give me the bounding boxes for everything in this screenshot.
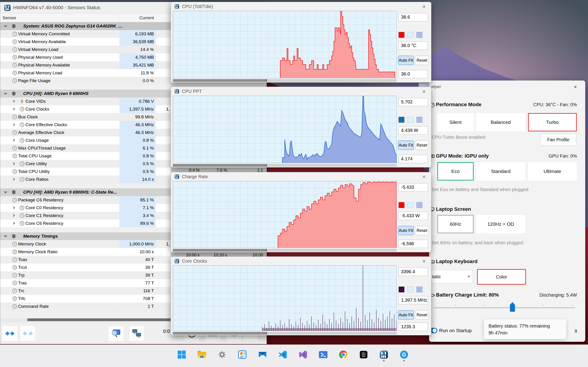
scrollbar-thumb[interactable]	[173, 249, 267, 252]
taskbar-chrome-icon[interactable]	[337, 348, 350, 362]
balanced-button[interactable]: Balanced	[476, 113, 525, 131]
graph-window-titlebar[interactable]: Core Clocks	[174, 258, 207, 264]
sensor-label: Average Effective Clock	[18, 130, 64, 135]
turbo-button[interactable]: Turbo	[528, 113, 577, 131]
graph-plot-area	[173, 11, 397, 78]
chevron-right-icon[interactable]	[12, 162, 16, 165]
series-color-swatch[interactable]	[398, 286, 405, 292]
clock-icon	[12, 296, 17, 301]
reset-button[interactable]: Reset	[415, 310, 429, 319]
series-color-swatch[interactable]	[398, 32, 405, 38]
fan-profile-button[interactable]: Fan Profile	[540, 134, 576, 146]
close-icon[interactable]: ×	[421, 88, 427, 95]
clock-icon	[12, 47, 17, 52]
chevron-right-icon[interactable]	[12, 206, 16, 209]
silent-button[interactable]: Silent	[437, 113, 474, 131]
battery-limit-slider[interactable]	[434, 307, 575, 308]
slider-thumb[interactable]	[510, 302, 515, 312]
eco-button[interactable]: Eco	[437, 162, 474, 181]
standard-button[interactable]: Standard	[476, 162, 525, 181]
clock-icon	[12, 257, 17, 262]
graph-max-value: 3396.4	[398, 268, 428, 276]
remote-monitors-icon[interactable]	[129, 326, 145, 341]
keyboard-mode-dropdown[interactable]: tatic ▾	[430, 270, 473, 283]
background-color-swatch[interactable]	[407, 32, 414, 38]
sensor-current-value: 0.0 %	[120, 77, 156, 85]
column-sensor[interactable]: Sensor	[2, 15, 16, 20]
hwinfo-row-fragment: 0.4 % 7.6 % 1.1	[171, 167, 267, 172]
taskbar-settings-icon[interactable]	[216, 348, 229, 362]
chevron-down-icon[interactable]	[3, 24, 8, 28]
background-color-swatch[interactable]	[407, 117, 414, 123]
screen-magnifier-icon[interactable]	[108, 326, 124, 341]
sensor-label: Memory Clock	[18, 242, 46, 247]
close-icon[interactable]: ×	[421, 258, 427, 265]
auto-fit-button[interactable]: Auto Fit	[398, 141, 414, 150]
expand-arrows-icon[interactable]	[2, 326, 18, 341]
sensor-label: Core Clocks	[26, 107, 49, 112]
reset-button[interactable]: Reset	[415, 226, 429, 235]
chevron-right-icon[interactable]	[12, 177, 16, 181]
scrollbar-thumb[interactable]	[173, 332, 267, 335]
reset-button[interactable]: Reset	[415, 56, 429, 65]
quit-button-fragment[interactable]: it	[575, 328, 577, 334]
graph-window-titlebar[interactable]: CPU PPT	[174, 89, 202, 94]
taskbar-file-explorer-icon[interactable]	[195, 348, 208, 362]
sensor-minimum-fragment: 1,	[166, 242, 170, 247]
chevron-right-icon[interactable]	[12, 214, 16, 217]
graph-window-titlebar[interactable]: Charge Rate	[174, 174, 208, 179]
auto-fit-button[interactable]: Auto Fit	[398, 56, 414, 65]
clock-icon	[12, 31, 17, 36]
taskbar-g-helper-icon[interactable]: G	[397, 348, 411, 362]
sensor-current-value: 39 T	[120, 271, 156, 279]
graph-scrollbar[interactable]	[173, 332, 397, 335]
close-icon[interactable]: ×	[421, 174, 427, 180]
chevron-down-icon[interactable]	[3, 234, 8, 238]
taskbar-start-icon[interactable]	[175, 348, 188, 362]
ultimate-button[interactable]: Ultimate	[528, 162, 577, 181]
graph-scrollbar[interactable]	[173, 249, 397, 252]
grid-color-swatch[interactable]	[416, 117, 422, 123]
series-color-swatch[interactable]	[398, 202, 405, 208]
collapse-arrows-icon[interactable]	[20, 326, 36, 341]
sensor-label: Max CPU/Thread Usage	[18, 146, 66, 151]
chevron-right-icon[interactable]	[12, 139, 16, 142]
close-icon[interactable]: ×	[421, 3, 427, 10]
taskbar-hwinfo64-icon[interactable]	[377, 348, 390, 362]
chevron-right-icon[interactable]	[12, 222, 16, 225]
60hz-button[interactable]: 60Hz	[437, 215, 474, 233]
auto-fit-button[interactable]: Auto Fit	[398, 226, 414, 235]
graph-scrollbar[interactable]	[173, 79, 397, 82]
taskbar-system-monitor-icon[interactable]	[236, 348, 249, 362]
scrollbar-thumb[interactable]	[173, 164, 267, 167]
background-color-swatch[interactable]	[407, 286, 414, 292]
chevron-right-icon[interactable]	[12, 123, 16, 126]
taskbar-visual-studio-icon[interactable]	[296, 348, 310, 362]
graph-buttons: Auto Fit Reset	[398, 141, 429, 150]
battery-limit-header: Battery Charge Limit: 80%	[436, 292, 499, 298]
column-current[interactable]: Current	[120, 15, 154, 20]
120hz-od-button[interactable]: 120Hz + OD	[476, 215, 525, 233]
keyboard-color-button[interactable]: Color	[477, 269, 526, 285]
chip-icon	[11, 24, 16, 29]
graph-window-titlebar[interactable]: CPU (Tctl/Tdie)	[174, 4, 213, 9]
reset-button[interactable]: Reset	[415, 141, 429, 150]
taskbar-dev-terminal-icon[interactable]	[357, 348, 370, 362]
chevron-down-icon[interactable]	[3, 92, 8, 96]
sensor-label: Trcd	[18, 265, 27, 270]
scrollbar-thumb[interactable]	[173, 79, 267, 82]
close-icon[interactable]: ×	[574, 84, 577, 90]
taskbar-mail-icon[interactable]	[256, 348, 269, 362]
grid-color-swatch[interactable]	[416, 202, 422, 208]
grid-color-swatch[interactable]	[416, 32, 422, 38]
background-color-swatch[interactable]	[407, 202, 414, 208]
series-color-swatch[interactable]	[398, 117, 405, 123]
graph-scrollbar[interactable]	[173, 164, 397, 167]
taskbar-vscode-icon[interactable]	[276, 348, 289, 362]
chevron-down-icon[interactable]	[3, 190, 8, 194]
auto-fit-button[interactable]: Auto Fit	[398, 310, 414, 319]
grid-color-swatch[interactable]	[416, 286, 422, 292]
chevron-right-icon[interactable]	[12, 107, 16, 111]
chevron-right-icon[interactable]	[12, 100, 16, 103]
taskbar-powershell-icon[interactable]	[317, 348, 330, 362]
